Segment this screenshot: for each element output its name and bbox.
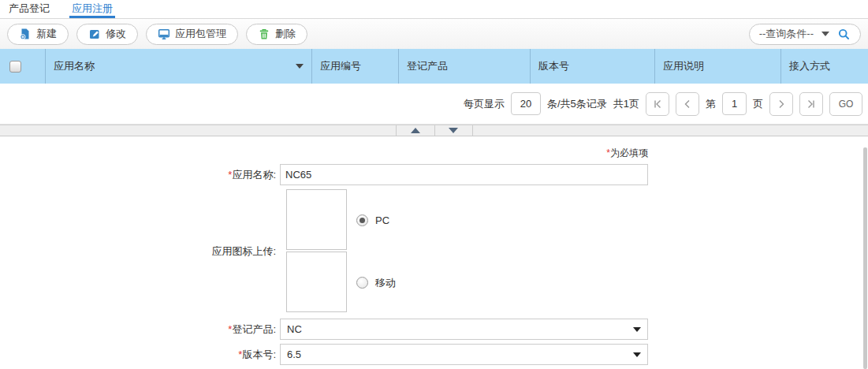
page-number-input[interactable] — [722, 92, 747, 115]
prev-page-button[interactable] — [676, 92, 699, 116]
delete-button[interactable]: 删除 — [246, 24, 307, 45]
radio-pc-label: PC — [375, 214, 389, 226]
tab-app-registration[interactable]: 应用注册 — [69, 2, 115, 18]
required-note: *为必填项 — [0, 147, 648, 161]
pc-icon-upload-box[interactable] — [286, 189, 347, 250]
new-button[interactable]: 新建 — [7, 24, 69, 45]
first-page-button[interactable] — [646, 92, 669, 116]
per-page-input[interactable] — [511, 92, 541, 115]
mobile-icon-upload-box[interactable] — [286, 252, 347, 312]
app-name-label: *应用名称: — [0, 168, 280, 182]
product-label: *登记产品: — [0, 322, 280, 337]
chevron-down-icon[interactable] — [821, 32, 829, 36]
tab-product-registration[interactable]: 产品登记 — [6, 2, 52, 18]
product-label-text: 登记产品: — [232, 323, 276, 335]
select-caret-icon — [633, 352, 641, 357]
column-header-product[interactable]: 登记产品 — [398, 49, 530, 84]
radio-mobile-icon[interactable] — [356, 277, 368, 289]
header-checkbox-cell — [0, 49, 45, 84]
radio-pc-icon[interactable] — [356, 214, 368, 226]
radio-option-pc[interactable]: PC — [356, 189, 396, 252]
last-page-icon — [805, 98, 818, 110]
version-select[interactable]: 6.5 — [280, 344, 648, 365]
per-page-label: 每页显示 — [464, 97, 505, 111]
search-icon[interactable] — [837, 28, 851, 41]
detail-form: *为必填项 *应用名称: 应用图标上传: P — [0, 136, 868, 369]
version-row: *版本号: 6.5 — [0, 344, 648, 365]
page-prefix-label: 第 — [706, 97, 716, 111]
column-header-app-name[interactable]: 应用名称 — [45, 49, 311, 84]
query-condition-dropdown[interactable]: --查询条件-- — [749, 24, 861, 45]
product-select[interactable]: NC — [280, 319, 648, 340]
total-pages-text: 共1页 — [613, 97, 639, 111]
modify-button[interactable]: 修改 — [76, 24, 138, 45]
icon-upload-label: 应用图标上传: — [0, 244, 280, 259]
table-header: 应用名称 应用编号 登记产品 版本号 应用说明 接入方式 — [0, 49, 868, 84]
delete-button-label: 删除 — [275, 27, 296, 41]
sort-caret-icon[interactable] — [296, 64, 304, 69]
records-count-text: 条/共5条记录 — [547, 97, 607, 111]
toolbar: 新建 修改 应用包管理 — [0, 19, 868, 49]
column-label: 应用编号 — [320, 59, 361, 73]
radio-mobile-label: 移动 — [375, 276, 396, 290]
prev-page-icon — [681, 98, 694, 110]
column-label: 版本号 — [538, 59, 569, 73]
required-note-text: 为必填项 — [610, 147, 648, 158]
triangle-up-icon — [411, 128, 420, 133]
app-name-input[interactable] — [280, 164, 648, 185]
modify-button-label: 修改 — [106, 27, 126, 41]
column-label: 接入方式 — [789, 59, 830, 73]
column-header-description[interactable]: 应用说明 — [654, 49, 780, 84]
icon-type-radio-group: PC 移动 — [356, 189, 396, 314]
app-name-label-text: 应用名称: — [232, 169, 276, 181]
query-condition-value: --查询条件-- — [759, 27, 814, 41]
app-name-row: *应用名称: — [0, 164, 648, 185]
app-package-manage-button-label: 应用包管理 — [175, 27, 226, 41]
icon-upload-row: 应用图标上传: PC 移动 — [0, 189, 648, 314]
app-package-manage-button[interactable]: 应用包管理 — [146, 24, 238, 45]
splitter-bar[interactable] — [0, 125, 868, 136]
first-page-icon — [651, 98, 664, 110]
next-page-icon — [775, 98, 788, 110]
monitor-icon — [158, 28, 170, 40]
column-label: 应用名称 — [54, 59, 95, 73]
tab-bar: 产品登记 应用注册 — [0, 0, 868, 19]
last-page-button[interactable] — [799, 92, 823, 116]
trash-icon — [258, 28, 270, 40]
go-button[interactable]: GO — [829, 92, 862, 116]
icon-upload-boxes — [286, 189, 347, 314]
next-page-button[interactable] — [769, 92, 793, 116]
toolbar-right: --查询条件-- — [749, 24, 861, 45]
select-all-checkbox[interactable] — [9, 61, 21, 73]
app-registration-page: 产品登记 应用注册 新建 修改 — [0, 0, 868, 369]
new-button-label: 新建 — [36, 27, 57, 41]
product-select-value: NC — [287, 323, 302, 335]
version-label: *版本号: — [0, 348, 280, 362]
column-label: 应用说明 — [663, 59, 704, 73]
version-label-text: 版本号: — [242, 348, 276, 360]
column-header-version[interactable]: 版本号 — [530, 49, 654, 84]
pagination-bar: 每页显示 条/共5条记录 共1页 第 页 GO — [0, 84, 868, 125]
column-header-access-type[interactable]: 接入方式 — [780, 49, 868, 84]
page-suffix-label: 页 — [753, 97, 763, 111]
vertical-scrollbar[interactable] — [863, 147, 867, 369]
collapse-up-button[interactable] — [396, 125, 434, 136]
select-caret-icon — [633, 327, 641, 332]
collapse-down-button[interactable] — [434, 125, 473, 136]
column-label: 登记产品 — [407, 59, 448, 73]
product-row: *登记产品: NC — [0, 319, 648, 340]
radio-option-mobile[interactable]: 移动 — [356, 252, 396, 314]
triangle-down-icon — [449, 128, 458, 133]
column-header-app-code[interactable]: 应用编号 — [311, 49, 398, 84]
version-select-value: 6.5 — [287, 348, 301, 360]
new-doc-icon — [19, 28, 32, 40]
edit-icon — [88, 28, 101, 40]
